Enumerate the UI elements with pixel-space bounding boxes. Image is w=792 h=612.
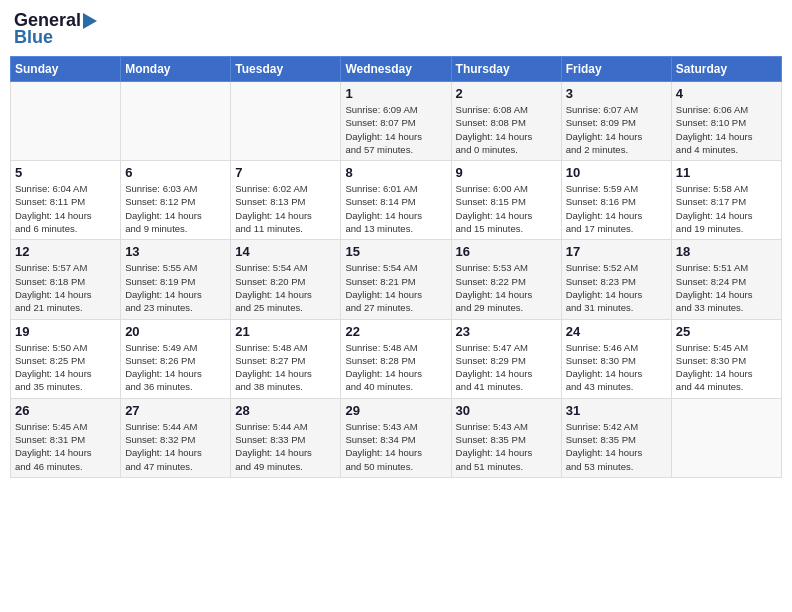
day-info: Sunrise: 6:06 AMSunset: 8:10 PMDaylight:… bbox=[676, 103, 777, 156]
calendar-cell: 28Sunrise: 5:44 AMSunset: 8:33 PMDayligh… bbox=[231, 398, 341, 477]
calendar-cell: 15Sunrise: 5:54 AMSunset: 8:21 PMDayligh… bbox=[341, 240, 451, 319]
day-number: 9 bbox=[456, 165, 557, 180]
day-info: Sunrise: 5:54 AMSunset: 8:21 PMDaylight:… bbox=[345, 261, 446, 314]
day-number: 15 bbox=[345, 244, 446, 259]
calendar-cell: 23Sunrise: 5:47 AMSunset: 8:29 PMDayligh… bbox=[451, 319, 561, 398]
day-info: Sunrise: 6:07 AMSunset: 8:09 PMDaylight:… bbox=[566, 103, 667, 156]
day-info: Sunrise: 5:58 AMSunset: 8:17 PMDaylight:… bbox=[676, 182, 777, 235]
day-number: 25 bbox=[676, 324, 777, 339]
day-info: Sunrise: 5:47 AMSunset: 8:29 PMDaylight:… bbox=[456, 341, 557, 394]
day-number: 31 bbox=[566, 403, 667, 418]
logo-triangle-icon bbox=[83, 13, 97, 29]
day-number: 7 bbox=[235, 165, 336, 180]
header-day-wednesday: Wednesday bbox=[341, 57, 451, 82]
calendar-cell: 27Sunrise: 5:44 AMSunset: 8:32 PMDayligh… bbox=[121, 398, 231, 477]
calendar-body: 1Sunrise: 6:09 AMSunset: 8:07 PMDaylight… bbox=[11, 82, 782, 478]
day-number: 14 bbox=[235, 244, 336, 259]
day-number: 21 bbox=[235, 324, 336, 339]
day-info: Sunrise: 6:08 AMSunset: 8:08 PMDaylight:… bbox=[456, 103, 557, 156]
calendar-cell: 30Sunrise: 5:43 AMSunset: 8:35 PMDayligh… bbox=[451, 398, 561, 477]
day-info: Sunrise: 5:48 AMSunset: 8:28 PMDaylight:… bbox=[345, 341, 446, 394]
header-day-thursday: Thursday bbox=[451, 57, 561, 82]
calendar-cell: 14Sunrise: 5:54 AMSunset: 8:20 PMDayligh… bbox=[231, 240, 341, 319]
calendar-cell: 16Sunrise: 5:53 AMSunset: 8:22 PMDayligh… bbox=[451, 240, 561, 319]
day-number: 2 bbox=[456, 86, 557, 101]
calendar-cell: 21Sunrise: 5:48 AMSunset: 8:27 PMDayligh… bbox=[231, 319, 341, 398]
day-number: 22 bbox=[345, 324, 446, 339]
calendar-cell: 31Sunrise: 5:42 AMSunset: 8:35 PMDayligh… bbox=[561, 398, 671, 477]
day-info: Sunrise: 5:48 AMSunset: 8:27 PMDaylight:… bbox=[235, 341, 336, 394]
calendar-cell: 25Sunrise: 5:45 AMSunset: 8:30 PMDayligh… bbox=[671, 319, 781, 398]
day-info: Sunrise: 5:54 AMSunset: 8:20 PMDaylight:… bbox=[235, 261, 336, 314]
day-info: Sunrise: 6:03 AMSunset: 8:12 PMDaylight:… bbox=[125, 182, 226, 235]
header-day-tuesday: Tuesday bbox=[231, 57, 341, 82]
page-header: General Blue bbox=[10, 10, 782, 48]
day-info: Sunrise: 6:00 AMSunset: 8:15 PMDaylight:… bbox=[456, 182, 557, 235]
day-info: Sunrise: 5:52 AMSunset: 8:23 PMDaylight:… bbox=[566, 261, 667, 314]
day-number: 28 bbox=[235, 403, 336, 418]
day-info: Sunrise: 5:43 AMSunset: 8:35 PMDaylight:… bbox=[456, 420, 557, 473]
calendar-cell bbox=[121, 82, 231, 161]
day-info: Sunrise: 6:09 AMSunset: 8:07 PMDaylight:… bbox=[345, 103, 446, 156]
day-number: 29 bbox=[345, 403, 446, 418]
day-number: 11 bbox=[676, 165, 777, 180]
calendar-cell bbox=[671, 398, 781, 477]
day-number: 17 bbox=[566, 244, 667, 259]
calendar-cell: 17Sunrise: 5:52 AMSunset: 8:23 PMDayligh… bbox=[561, 240, 671, 319]
calendar-cell: 11Sunrise: 5:58 AMSunset: 8:17 PMDayligh… bbox=[671, 161, 781, 240]
calendar-cell: 2Sunrise: 6:08 AMSunset: 8:08 PMDaylight… bbox=[451, 82, 561, 161]
day-number: 1 bbox=[345, 86, 446, 101]
calendar-cell: 22Sunrise: 5:48 AMSunset: 8:28 PMDayligh… bbox=[341, 319, 451, 398]
calendar-cell bbox=[231, 82, 341, 161]
day-number: 13 bbox=[125, 244, 226, 259]
day-info: Sunrise: 5:55 AMSunset: 8:19 PMDaylight:… bbox=[125, 261, 226, 314]
calendar-cell: 24Sunrise: 5:46 AMSunset: 8:30 PMDayligh… bbox=[561, 319, 671, 398]
calendar-week-5: 26Sunrise: 5:45 AMSunset: 8:31 PMDayligh… bbox=[11, 398, 782, 477]
day-info: Sunrise: 5:45 AMSunset: 8:30 PMDaylight:… bbox=[676, 341, 777, 394]
day-info: Sunrise: 5:42 AMSunset: 8:35 PMDaylight:… bbox=[566, 420, 667, 473]
header-day-sunday: Sunday bbox=[11, 57, 121, 82]
calendar-cell: 13Sunrise: 5:55 AMSunset: 8:19 PMDayligh… bbox=[121, 240, 231, 319]
day-number: 4 bbox=[676, 86, 777, 101]
calendar-cell: 10Sunrise: 5:59 AMSunset: 8:16 PMDayligh… bbox=[561, 161, 671, 240]
calendar-week-1: 1Sunrise: 6:09 AMSunset: 8:07 PMDaylight… bbox=[11, 82, 782, 161]
day-number: 10 bbox=[566, 165, 667, 180]
day-number: 3 bbox=[566, 86, 667, 101]
day-info: Sunrise: 5:57 AMSunset: 8:18 PMDaylight:… bbox=[15, 261, 116, 314]
calendar-header-row: SundayMondayTuesdayWednesdayThursdayFrid… bbox=[11, 57, 782, 82]
day-number: 23 bbox=[456, 324, 557, 339]
header-day-friday: Friday bbox=[561, 57, 671, 82]
day-number: 16 bbox=[456, 244, 557, 259]
calendar-cell: 20Sunrise: 5:49 AMSunset: 8:26 PMDayligh… bbox=[121, 319, 231, 398]
day-info: Sunrise: 6:02 AMSunset: 8:13 PMDaylight:… bbox=[235, 182, 336, 235]
day-info: Sunrise: 6:04 AMSunset: 8:11 PMDaylight:… bbox=[15, 182, 116, 235]
calendar-cell bbox=[11, 82, 121, 161]
day-info: Sunrise: 5:44 AMSunset: 8:32 PMDaylight:… bbox=[125, 420, 226, 473]
calendar-cell: 9Sunrise: 6:00 AMSunset: 8:15 PMDaylight… bbox=[451, 161, 561, 240]
day-number: 20 bbox=[125, 324, 226, 339]
day-info: Sunrise: 5:53 AMSunset: 8:22 PMDaylight:… bbox=[456, 261, 557, 314]
day-number: 26 bbox=[15, 403, 116, 418]
calendar-cell: 29Sunrise: 5:43 AMSunset: 8:34 PMDayligh… bbox=[341, 398, 451, 477]
calendar-cell: 26Sunrise: 5:45 AMSunset: 8:31 PMDayligh… bbox=[11, 398, 121, 477]
day-info: Sunrise: 5:45 AMSunset: 8:31 PMDaylight:… bbox=[15, 420, 116, 473]
day-info: Sunrise: 5:46 AMSunset: 8:30 PMDaylight:… bbox=[566, 341, 667, 394]
day-number: 27 bbox=[125, 403, 226, 418]
calendar-week-4: 19Sunrise: 5:50 AMSunset: 8:25 PMDayligh… bbox=[11, 319, 782, 398]
calendar-cell: 19Sunrise: 5:50 AMSunset: 8:25 PMDayligh… bbox=[11, 319, 121, 398]
calendar-cell: 4Sunrise: 6:06 AMSunset: 8:10 PMDaylight… bbox=[671, 82, 781, 161]
calendar-week-2: 5Sunrise: 6:04 AMSunset: 8:11 PMDaylight… bbox=[11, 161, 782, 240]
calendar-cell: 7Sunrise: 6:02 AMSunset: 8:13 PMDaylight… bbox=[231, 161, 341, 240]
logo-blue-text: Blue bbox=[14, 27, 53, 48]
calendar-cell: 1Sunrise: 6:09 AMSunset: 8:07 PMDaylight… bbox=[341, 82, 451, 161]
calendar-cell: 8Sunrise: 6:01 AMSunset: 8:14 PMDaylight… bbox=[341, 161, 451, 240]
calendar-table: SundayMondayTuesdayWednesdayThursdayFrid… bbox=[10, 56, 782, 478]
day-info: Sunrise: 5:50 AMSunset: 8:25 PMDaylight:… bbox=[15, 341, 116, 394]
day-number: 6 bbox=[125, 165, 226, 180]
day-info: Sunrise: 5:51 AMSunset: 8:24 PMDaylight:… bbox=[676, 261, 777, 314]
calendar-cell: 18Sunrise: 5:51 AMSunset: 8:24 PMDayligh… bbox=[671, 240, 781, 319]
day-number: 12 bbox=[15, 244, 116, 259]
logo: General Blue bbox=[14, 10, 99, 48]
calendar-cell: 5Sunrise: 6:04 AMSunset: 8:11 PMDaylight… bbox=[11, 161, 121, 240]
day-info: Sunrise: 5:43 AMSunset: 8:34 PMDaylight:… bbox=[345, 420, 446, 473]
